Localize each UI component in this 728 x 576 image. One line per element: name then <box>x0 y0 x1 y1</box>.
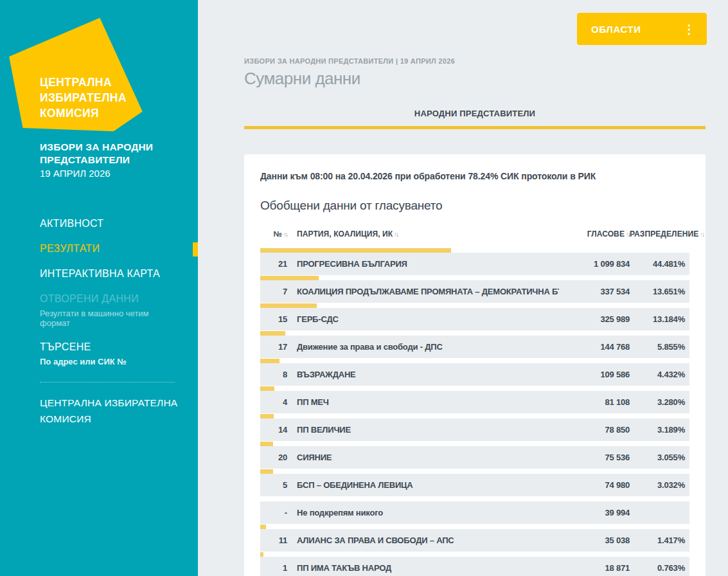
table-row-content[interactable]: 8 ВЪЗРАЖДАНЕ 109 586 4.432% <box>260 363 689 386</box>
table-row-content[interactable]: 20 СИЯНИЕ 75 536 3.055% <box>260 446 689 469</box>
party-name-cell: КОАЛИЦИЯ ПРОДЪЛЖАВАМЕ ПРОМЯНАТА – ДЕМОКР… <box>287 287 559 296</box>
distribution-cell: 13.651% <box>630 287 689 296</box>
party-number-cell: 21 <box>260 259 287 269</box>
vote-share-bar-track <box>260 276 689 280</box>
sidebar-footer-line: ЦЕНТРАЛНА ИЗБИРАТЕЛНА <box>40 395 177 411</box>
sidebar-item-label[interactable]: РЕЗУЛТАТИ <box>40 243 179 255</box>
sidebar-item-label[interactable]: ИНТЕРАКТИВНА КАРТА <box>40 268 179 280</box>
table-row-content[interactable]: 14 ПП ВЕЛИЧИЕ 78 850 3.189% <box>260 419 689 441</box>
vote-share-bar-track <box>260 442 689 446</box>
table-row-content[interactable]: 17 Движение за права и свободи - ДПС 144… <box>260 336 689 358</box>
votes-cell: 78 850 <box>559 425 630 435</box>
table-row[interactable]: 17 Движение за права и свободи - ДПС 144… <box>260 331 689 358</box>
votes-cell: 74 980 <box>559 480 630 490</box>
party-name-cell: Не подкрепям никого <box>287 508 559 518</box>
breadcrumb: ИЗБОРИ ЗА НАРОДНИ ПРЕДСТАВИТЕЛИ | 19 АПР… <box>244 57 706 65</box>
sidebar-footer-line: КОМИСИЯ <box>40 411 177 427</box>
column-header-distribution[interactable]: РАЗПРЕДЕЛЕНИЕ↑↓ <box>630 230 689 239</box>
distribution-cell: 5.855% <box>630 342 689 352</box>
table-row[interactable]: 8 ВЪЗРАЖДАНЕ 109 586 4.432% <box>260 359 689 386</box>
table-row[interactable]: 5 БСП – ОБЕДИНЕНА ЛЕВИЦА 74 980 3.032% <box>260 469 689 496</box>
distribution-cell: 0.763% <box>630 563 689 573</box>
section-title: Обобщени данни от гласуването <box>260 199 689 213</box>
vote-share-bar <box>260 276 319 280</box>
party-name-cell: ПП ИМА ТАКЪВ НАРОД <box>287 563 559 573</box>
column-header-number[interactable]: №↑↓ <box>260 230 287 239</box>
sidebar-item-subtitle: По адрес или СИК № <box>40 357 179 366</box>
sidebar-item-activity[interactable]: АКТИВНОСТ <box>40 218 179 230</box>
table-row[interactable]: 21 ПРОГРЕСИВНА БЪЛГАРИЯ 1 099 834 44.481… <box>260 248 689 275</box>
table-row[interactable]: 15 ГЕРБ-СДС 325 989 13.184% <box>260 303 689 330</box>
sidebar-item-interactive-map[interactable]: ИНТЕРАКТИВНА КАРТА <box>40 268 179 280</box>
party-number-cell: 15 <box>260 314 287 324</box>
table-row[interactable]: 20 СИЯНИЕ 75 536 3.055% <box>260 442 689 469</box>
sidebar-footer-link[interactable]: ЦЕНТРАЛНА ИЗБИРАТЕЛНА КОМИСИЯ <box>40 395 177 427</box>
table-row-content[interactable]: - Не подкрепям никого 39 994 <box>260 501 689 524</box>
table-row-content[interactable]: 11 АЛИАНС ЗА ПРАВА И СВОБОДИ – АПС 35 03… <box>260 529 689 552</box>
sort-icon[interactable]: ↑↓ <box>700 231 704 238</box>
party-number-cell: 8 <box>260 370 287 379</box>
table-row-content[interactable]: 21 ПРОГРЕСИВНА БЪЛГАРИЯ 1 099 834 44.481… <box>260 253 689 275</box>
vote-share-bar <box>260 331 285 336</box>
distribution-cell: 13.184% <box>630 314 689 324</box>
table-row[interactable]: 4 ПП МЕЧ 81 108 3.280% <box>260 386 689 413</box>
distribution-cell: 1.417% <box>630 536 689 545</box>
sidebar-item-open-data[interactable]: ОТВОРЕНИ ДАННИ Резултати в машинно четим… <box>40 293 179 328</box>
party-name-cell: ПРОГРЕСИВНА БЪЛГАРИЯ <box>287 259 559 269</box>
party-number-cell: 14 <box>260 425 287 435</box>
party-name-cell: АЛИАНС ЗА ПРАВА И СВОБОДИ – АПС <box>287 536 559 545</box>
logo-line: ЦЕНТРАЛНА <box>40 75 127 90</box>
party-number-cell: 5 <box>260 480 287 490</box>
party-number-cell: 17 <box>260 342 287 352</box>
content-column: ИЗБОРИ ЗА НАРОДНИ ПРЕДСТАВИТЕЛИ | 19 АПР… <box>244 0 706 576</box>
party-name-cell: ПП ВЕЛИЧИЕ <box>287 425 559 435</box>
table-row[interactable]: 11 АЛИАНС ЗА ПРАВА И СВОБОДИ – АПС 35 03… <box>260 525 689 552</box>
table-row-content[interactable]: 1 ПП ИМА ТАКЪВ НАРОД 18 871 0.763% <box>260 557 689 576</box>
table-row-content[interactable]: 15 ГЕРБ-СДС 325 989 13.184% <box>260 308 689 330</box>
votes-cell: 337 534 <box>559 287 630 296</box>
party-number-cell: 20 <box>260 453 287 462</box>
party-name-cell: ГЕРБ-СДС <box>287 314 559 324</box>
sort-icon[interactable]: ↑↓ <box>394 231 398 238</box>
table-row[interactable]: 14 ПП ВЕЛИЧИЕ 78 850 3.189% <box>260 414 689 441</box>
votes-cell: 18 871 <box>559 563 630 573</box>
sidebar-item-label[interactable]: АКТИВНОСТ <box>40 218 179 230</box>
distribution-cell: 3.189% <box>630 425 689 435</box>
vote-share-bar <box>260 442 273 446</box>
summary-card: Данни към 08:00 на 20.04.2026 при обрабо… <box>244 154 706 576</box>
election-title-line: ИЗБОРИ ЗА НАРОДНИ <box>40 141 153 154</box>
table-row[interactable]: - Не подкрепям никого 39 994 <box>260 497 689 524</box>
votes-cell: 75 536 <box>559 453 630 462</box>
party-number-cell: - <box>260 508 287 518</box>
distribution-cell: 3.032% <box>630 480 689 490</box>
sidebar-divider <box>40 382 175 382</box>
table-row-content[interactable]: 4 ПП МЕЧ 81 108 3.280% <box>260 391 689 413</box>
sidebar-item-label[interactable]: ТЪРСЕНЕ <box>40 341 179 353</box>
distribution-cell: 3.055% <box>630 453 689 462</box>
sidebar-item-search[interactable]: ТЪРСЕНЕ По адрес или СИК № <box>40 341 179 366</box>
table-row-content[interactable]: 7 КОАЛИЦИЯ ПРОДЪЛЖАВАМЕ ПРОМЯНАТА – ДЕМО… <box>260 280 689 303</box>
logo-line: КОМИСИЯ <box>40 105 127 121</box>
tab-strip: НАРОДНИ ПРЕДСТАВИТЕЛИ <box>244 107 706 129</box>
vote-share-bar <box>260 386 274 391</box>
tab-national-representatives[interactable]: НАРОДНИ ПРЕДСТАВИТЕЛИ <box>414 109 535 126</box>
party-number-cell: 4 <box>260 397 287 407</box>
vote-share-bar-track <box>260 525 689 529</box>
vote-share-bar-track <box>260 552 689 557</box>
table-row-content[interactable]: 5 БСП – ОБЕДИНЕНА ЛЕВИЦА 74 980 3.032% <box>260 474 689 496</box>
votes-cell: 1 099 834 <box>559 259 630 269</box>
votes-cell: 325 989 <box>559 314 630 324</box>
votes-cell: 81 108 <box>559 397 630 407</box>
vote-share-bar-track <box>260 359 689 363</box>
party-name-cell: Движение за права и свободи - ДПС <box>287 342 559 352</box>
sidebar-item-results[interactable]: РЕЗУЛТАТИ <box>40 243 179 255</box>
table-row[interactable]: 7 КОАЛИЦИЯ ПРОДЪЛЖАВАМЕ ПРОМЯНАТА – ДЕМО… <box>260 276 689 303</box>
vote-share-bar <box>260 552 263 557</box>
vote-share-bar <box>260 414 274 419</box>
column-header-party[interactable]: ПАРТИЯ, КОАЛИЦИЯ, ИК↑↓ <box>287 230 559 239</box>
sidebar-item-label[interactable]: ОТВОРЕНИ ДАННИ <box>40 293 179 305</box>
party-name-cell: БСП – ОБЕДИНЕНА ЛЕВИЦА <box>287 480 559 490</box>
cik-logo-text: ЦЕНТРАЛНА ИЗБИРАТЕЛНА КОМИСИЯ <box>40 75 127 121</box>
table-row[interactable]: 1 ПП ИМА ТАКЪВ НАРОД 18 871 0.763% <box>260 552 689 576</box>
column-header-votes[interactable]: ГЛАСОВЕ↑↓ <box>559 230 630 239</box>
